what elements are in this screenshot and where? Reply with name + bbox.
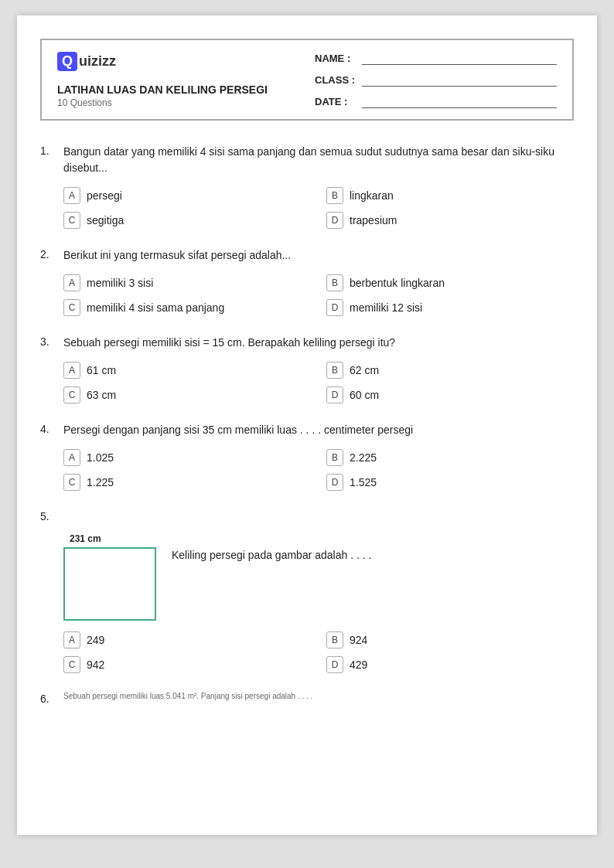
option-4c-letter: C [63, 474, 80, 491]
option-5b-text: 924 [350, 634, 367, 646]
option-3b-letter: B [326, 362, 343, 379]
class-label: CLASS : [315, 74, 357, 86]
question-1-options: A persegi B lingkaran C segitiga D trape… [63, 187, 574, 229]
option-1d[interactable]: D trapesium [326, 212, 574, 229]
question-6-text: Sebuah persegi memiliki luas 5.041 m². P… [63, 692, 312, 705]
option-3b-text: 62 cm [350, 364, 379, 376]
question-2-num: 2. [40, 247, 57, 264]
quiz-subtitle: 10 Questions [57, 97, 299, 108]
option-5a-text: 249 [87, 634, 104, 646]
option-1b-letter: B [326, 187, 343, 204]
option-1c[interactable]: C segitiga [63, 212, 311, 229]
option-2b-text: berbentuk lingkaran [350, 277, 445, 289]
option-4c[interactable]: C 1.225 [63, 474, 311, 491]
option-4a[interactable]: A 1.025 [63, 449, 311, 466]
quiz-title: LATIHAN LUAS DAN KELILING PERSEGI [57, 83, 299, 96]
option-1b-text: lingkaran [350, 189, 394, 202]
question-5-text: Keliling persegi pada gambar adalah . . … [172, 533, 371, 561]
class-line [362, 73, 557, 87]
question-1-num: 1. [40, 144, 57, 176]
option-5d-text: 429 [350, 659, 367, 671]
question-1: 1. Bangun datar yang memiliki 4 sisi sam… [40, 144, 574, 229]
option-3b[interactable]: B 62 cm [326, 362, 574, 379]
option-5c-letter: C [63, 656, 80, 673]
option-4b-letter: B [326, 449, 343, 466]
option-2b[interactable]: B berbentuk lingkaran [326, 274, 574, 291]
option-1a-text: persegi [87, 189, 122, 202]
page: Q uizizz LATIHAN LUAS DAN KELILING PERSE… [17, 15, 597, 835]
option-3c-text: 63 cm [87, 389, 116, 401]
option-2c-text: memiliki 4 sisi sama panjang [87, 301, 224, 314]
option-3d-text: 60 cm [350, 389, 379, 401]
option-4a-letter: A [63, 449, 80, 466]
option-5d-letter: D [326, 656, 343, 673]
option-5c-text: 942 [87, 659, 104, 671]
question-5: 5. 231 cm Keliling persegi pada gambar a… [40, 509, 574, 673]
header-right: NAME : CLASS : DATE : [299, 51, 557, 108]
option-5b-letter: B [326, 631, 343, 648]
question-5-num: 5. [40, 509, 57, 523]
option-4c-text: 1.225 [87, 476, 114, 488]
option-1b[interactable]: B lingkaran [326, 187, 574, 204]
q5-side-label: 231 cm [70, 533, 101, 544]
option-5d[interactable]: D 429 [326, 656, 574, 673]
option-2d-letter: D [326, 299, 343, 316]
logo-rest: uizizz [79, 53, 116, 70]
name-line [362, 51, 557, 65]
question-5-options: A 249 B 924 C 942 D 429 [63, 631, 574, 673]
question-3-num: 3. [40, 335, 57, 351]
question-3: 3. Sebuah persegi memiliki sisi = 15 cm.… [40, 335, 574, 403]
option-2d-text: memiliki 12 sisi [350, 301, 422, 314]
name-field-row: NAME : [315, 51, 557, 65]
question-6: 6. Sebuah persegi memiliki luas 5.041 m²… [40, 692, 574, 705]
option-1a[interactable]: A persegi [63, 187, 311, 204]
question-4-num: 4. [40, 422, 57, 438]
date-label: DATE : [315, 96, 357, 107]
question-4-row: 4. Persegi dengan panjang sisi 35 cm mem… [40, 422, 574, 438]
question-5-image: 231 cm [63, 533, 156, 621]
question-2-row: 2. Berikut ini yang termasuk sifat perse… [40, 247, 574, 264]
option-3a-text: 61 cm [87, 364, 116, 376]
question-6-row: 6. Sebuah persegi memiliki luas 5.041 m²… [40, 692, 574, 705]
option-4b[interactable]: B 2.225 [326, 449, 574, 466]
option-3a[interactable]: A 61 cm [63, 362, 311, 379]
option-4d-text: 1.525 [350, 476, 377, 488]
question-2-options: A memiliki 3 sisi B berbentuk lingkaran … [63, 274, 574, 316]
date-line [362, 94, 557, 108]
header: Q uizizz LATIHAN LUAS DAN KELILING PERSE… [40, 39, 574, 121]
logo-q-letter: Q [57, 52, 77, 71]
option-4d-letter: D [326, 474, 343, 491]
option-5b[interactable]: B 924 [326, 631, 574, 648]
question-5-content: 231 cm Keliling persegi pada gambar adal… [63, 533, 574, 621]
question-6-num: 6. [40, 692, 57, 705]
question-1-row: 1. Bangun datar yang memiliki 4 sisi sam… [40, 144, 574, 176]
option-1d-letter: D [326, 212, 343, 229]
option-5c[interactable]: C 942 [63, 656, 311, 673]
question-4-options: A 1.025 B 2.225 C 1.225 D 1.525 [63, 449, 574, 491]
option-5a-letter: A [63, 631, 80, 648]
question-4: 4. Persegi dengan panjang sisi 35 cm mem… [40, 422, 574, 491]
option-4a-text: 1.025 [87, 451, 114, 464]
option-3d-letter: D [326, 386, 343, 403]
question-3-text: Sebuah persegi memiliki sisi = 15 cm. Be… [63, 335, 395, 351]
option-3c-letter: C [63, 386, 80, 403]
class-field-row: CLASS : [315, 73, 557, 87]
question-4-text: Persegi dengan panjang sisi 35 cm memili… [63, 422, 413, 438]
option-2a-text: memiliki 3 sisi [87, 277, 153, 289]
option-4d[interactable]: D 1.525 [326, 474, 574, 491]
option-2d[interactable]: D memiliki 12 sisi [326, 299, 574, 316]
option-1a-letter: A [63, 187, 80, 204]
option-1d-text: trapesium [350, 214, 397, 226]
question-2-text: Berikut ini yang termasuk sifat persegi … [63, 247, 291, 264]
question-2: 2. Berikut ini yang termasuk sifat perse… [40, 247, 574, 316]
option-2c[interactable]: C memiliki 4 sisi sama panjang [63, 299, 311, 316]
option-5a[interactable]: A 249 [63, 631, 311, 648]
logo: Q uizizz [57, 52, 299, 71]
q5-square-shape [63, 547, 156, 621]
option-3c[interactable]: C 63 cm [63, 386, 311, 403]
question-5-row: 5. [40, 509, 574, 523]
option-2a-letter: A [63, 274, 80, 291]
option-3d[interactable]: D 60 cm [326, 386, 574, 403]
option-2a[interactable]: A memiliki 3 sisi [63, 274, 311, 291]
question-1-text: Bangun datar yang memiliki 4 sisi sama p… [63, 144, 574, 176]
